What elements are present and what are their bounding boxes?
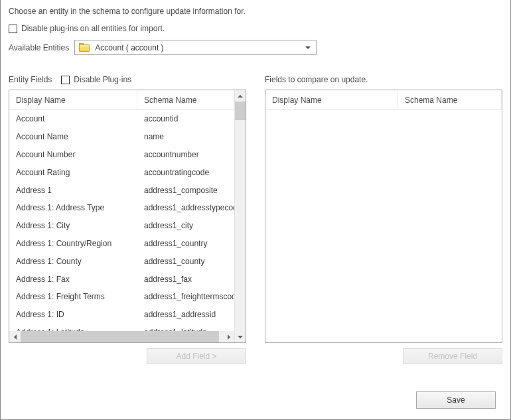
- chevron-down-icon: [305, 46, 311, 49]
- vscroll-thumb[interactable]: [235, 102, 246, 120]
- cell-display-name: Account Name: [9, 132, 137, 141]
- selected-entity-text: Account ( account ): [95, 43, 312, 52]
- cell-schema-name: address1_freighttermscode: [137, 292, 234, 301]
- arrow-right-icon: [228, 334, 230, 340]
- hscroll-thumb[interactable]: [21, 331, 219, 342]
- table-row[interactable]: Address 1: Countyaddress1_county: [9, 252, 234, 270]
- cell-schema-name: address1_fax: [137, 275, 234, 284]
- available-entities-combobox[interactable]: Account ( account ): [74, 40, 317, 55]
- cell-display-name: Address 1: [9, 186, 137, 195]
- cell-schema-name: address1_country: [137, 239, 234, 248]
- vertical-scrollbar[interactable]: [234, 90, 246, 342]
- cell-display-name: Address 1: ID: [9, 310, 137, 319]
- cell-display-name: Address 1: Fax: [9, 275, 137, 284]
- checkbox-icon[interactable]: [61, 76, 70, 84]
- table-row[interactable]: Accountaccountid: [9, 110, 234, 128]
- horizontal-scrollbar[interactable]: [9, 331, 234, 342]
- disable-all-plugins-row[interactable]: Disable plug-ins on all entities for imp…: [9, 24, 502, 33]
- entity-fields-listview[interactable]: Display Name Schema Name Accountaccounti…: [9, 90, 246, 343]
- arrow-up-icon: [238, 95, 243, 98]
- cell-schema-name: accountid: [137, 114, 234, 123]
- arrow-left-icon: [14, 334, 17, 340]
- header-display-name[interactable]: Display Name: [9, 90, 137, 109]
- header-schema-name[interactable]: Schema Name: [137, 90, 234, 109]
- header-schema-name[interactable]: Schema Name: [398, 90, 502, 109]
- save-button[interactable]: Save: [416, 391, 496, 409]
- cell-schema-name: address1_addressid: [137, 310, 234, 319]
- table-row[interactable]: Address 1: Freight Termsaddress1_freight…: [9, 288, 234, 306]
- cell-display-name: Address 1: Country/Region: [9, 239, 137, 248]
- disable-plugins-row[interactable]: Disable Plug-ins: [61, 75, 131, 84]
- cell-display-name: Address 1: Freight Terms: [9, 292, 137, 301]
- folder-icon: [79, 43, 90, 52]
- table-row[interactable]: Account Namename: [9, 128, 234, 146]
- cell-display-name: Address 1: City: [9, 221, 137, 230]
- vscroll-track[interactable]: [235, 102, 246, 331]
- listview-header: Display Name Schema Name: [265, 90, 502, 110]
- disable-all-plugins-label: Disable plug-ins on all entities for imp…: [21, 24, 165, 33]
- table-row[interactable]: Address 1: Address Typeaddress1_addresst…: [9, 199, 234, 217]
- compare-fields-listview[interactable]: Display Name Schema Name: [265, 90, 502, 343]
- remove-field-button: Remove Field: [403, 348, 502, 364]
- cell-schema-name: name: [137, 132, 234, 141]
- cell-display-name: Account Rating: [9, 168, 137, 177]
- table-row[interactable]: Address 1: IDaddress1_addressid: [9, 306, 234, 324]
- instruction-text: Choose an entity in the schema to config…: [9, 7, 502, 16]
- table-row[interactable]: Address 1: Latitudeaddress1_latitude: [9, 324, 234, 331]
- cell-schema-name: accountnumber: [137, 150, 234, 159]
- header-display-name[interactable]: Display Name: [265, 90, 398, 109]
- cell-display-name: Account Number: [9, 150, 137, 159]
- table-row[interactable]: Account Numberaccountnumber: [9, 146, 234, 164]
- add-field-button: Add Field >: [147, 348, 246, 364]
- checkbox-icon[interactable]: [9, 25, 17, 33]
- hscroll-track[interactable]: [21, 331, 223, 342]
- available-entities-row: Available Entities Account ( account ): [9, 40, 502, 55]
- cell-schema-name: address1_composite: [137, 186, 234, 195]
- disable-plugins-label: Disable Plug-ins: [74, 75, 131, 84]
- compare-fields-title: Fields to compare on update.: [265, 75, 368, 84]
- listview-header: Display Name Schema Name: [9, 90, 234, 110]
- table-row[interactable]: Address 1: Faxaddress1_fax: [9, 270, 234, 288]
- cell-schema-name: address1_county: [137, 257, 234, 266]
- cell-display-name: Address 1: Address Type: [9, 203, 137, 212]
- arrow-down-icon: [238, 336, 243, 338]
- table-row[interactable]: Address 1: Country/Regionaddress1_countr…: [9, 235, 234, 253]
- configure-update-panel: Choose an entity in the schema to config…: [0, 0, 511, 420]
- scroll-left-button[interactable]: [9, 331, 21, 342]
- available-entities-label: Available Entities: [9, 43, 69, 52]
- cell-schema-name: accountratingcode: [137, 168, 234, 177]
- entity-fields-title: Entity Fields: [9, 75, 52, 84]
- scroll-up-button[interactable]: [235, 90, 246, 102]
- table-row[interactable]: Address 1address1_composite: [9, 181, 234, 199]
- compare-fields-column: Fields to compare on update. Display Nam…: [265, 74, 502, 364]
- table-row[interactable]: Address 1: Cityaddress1_city: [9, 217, 234, 235]
- entity-fields-column: Entity Fields Disable Plug-ins Display N…: [9, 74, 246, 364]
- table-row[interactable]: Account Ratingaccountratingcode: [9, 163, 234, 181]
- scroll-right-button[interactable]: [223, 331, 234, 342]
- cell-schema-name: address1_city: [137, 221, 234, 230]
- scroll-down-button[interactable]: [235, 331, 246, 342]
- cell-schema-name: address1_addresstypecode: [137, 203, 234, 212]
- cell-display-name: Address 1: County: [9, 257, 137, 266]
- cell-display-name: Account: [9, 114, 137, 123]
